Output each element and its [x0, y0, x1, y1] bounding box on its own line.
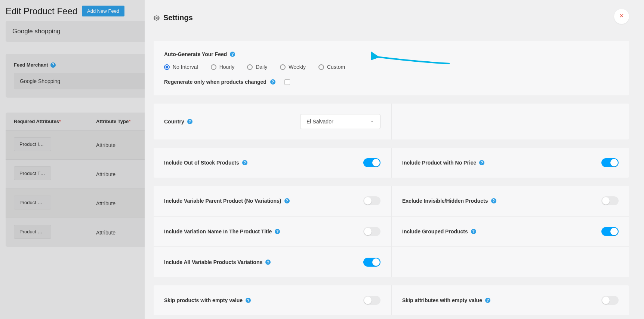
- skip-empty-attrs-toggle[interactable]: [601, 296, 619, 305]
- help-icon[interactable]: ?: [187, 119, 192, 124]
- radio-custom[interactable]: Custom: [318, 64, 345, 70]
- auto-generate-label: Auto-Generate Your Feed: [164, 51, 227, 57]
- gear-icon: [154, 15, 160, 21]
- skip-empty-attrs-label: Skip attributes with empty value: [402, 297, 482, 303]
- help-icon[interactable]: ?: [471, 229, 476, 234]
- close-icon: [619, 13, 625, 19]
- exclude-hidden-label: Exclude Invisible/Hidden Products: [402, 198, 488, 204]
- skip-empty-products-toggle[interactable]: [363, 296, 380, 305]
- help-icon[interactable]: ?: [485, 298, 490, 303]
- radio-label: Daily: [256, 64, 267, 70]
- chevron-down-icon: [370, 119, 374, 124]
- radio-hourly[interactable]: Hourly: [211, 64, 234, 70]
- include-all-var-toggle[interactable]: [363, 258, 380, 267]
- include-var-name-toggle[interactable]: [363, 227, 380, 236]
- radio-icon: [280, 64, 286, 70]
- radio-daily[interactable]: Daily: [247, 64, 267, 70]
- radio-icon: [318, 64, 324, 70]
- help-icon[interactable]: ?: [265, 260, 271, 265]
- include-oos-toggle[interactable]: [363, 158, 380, 167]
- regenerate-label: Regenerate only when products changed: [164, 79, 266, 85]
- skip-empty-products-label: Skip products with empty value: [164, 297, 243, 303]
- radio-icon: [247, 64, 253, 70]
- exclude-hidden-toggle[interactable]: [601, 196, 619, 205]
- country-value: El Salvador: [306, 119, 333, 125]
- include-var-parent-label: Include Variable Parent Product (No Vari…: [164, 198, 281, 204]
- include-var-parent-toggle[interactable]: [363, 196, 380, 205]
- include-grouped-label: Include Grouped Products: [402, 228, 468, 234]
- panel-title: Settings: [163, 13, 193, 22]
- radio-icon: [211, 64, 216, 70]
- help-icon[interactable]: ?: [479, 160, 484, 165]
- radio-label: No Interval: [173, 64, 198, 70]
- svg-point-2: [156, 17, 157, 19]
- radio-label: Hourly: [219, 64, 234, 70]
- include-grouped-toggle[interactable]: [601, 227, 619, 236]
- help-icon[interactable]: ?: [242, 160, 247, 165]
- radio-label: Weekly: [289, 64, 306, 70]
- include-all-var-label: Include All Variable Products Variations: [164, 259, 262, 265]
- radio-label: Custom: [327, 64, 345, 70]
- include-no-price-toggle[interactable]: [601, 158, 619, 167]
- help-icon[interactable]: ?: [284, 198, 290, 203]
- close-button[interactable]: [614, 9, 629, 24]
- radio-icon: [164, 64, 170, 70]
- empty-cell: [392, 104, 629, 139]
- country-select[interactable]: El Salvador: [300, 114, 380, 129]
- help-icon[interactable]: ?: [246, 298, 251, 303]
- help-icon[interactable]: ?: [230, 52, 235, 57]
- radio-no-interval[interactable]: No Interval: [164, 64, 198, 70]
- include-var-name-label: Include Variation Name In The Product Ti…: [164, 228, 272, 234]
- regenerate-checkbox[interactable]: [284, 79, 290, 85]
- country-label: Country: [164, 119, 184, 125]
- help-icon[interactable]: ?: [275, 229, 280, 234]
- help-icon[interactable]: ?: [491, 198, 496, 203]
- settings-panel: Settings Auto-Generate Your Feed ? No In…: [145, 0, 644, 319]
- help-icon[interactable]: ?: [270, 79, 275, 85]
- radio-weekly[interactable]: Weekly: [280, 64, 306, 70]
- include-oos-label: Include Out of Stock Products: [164, 160, 239, 166]
- include-no-price-label: Include Product with No Price: [402, 160, 476, 166]
